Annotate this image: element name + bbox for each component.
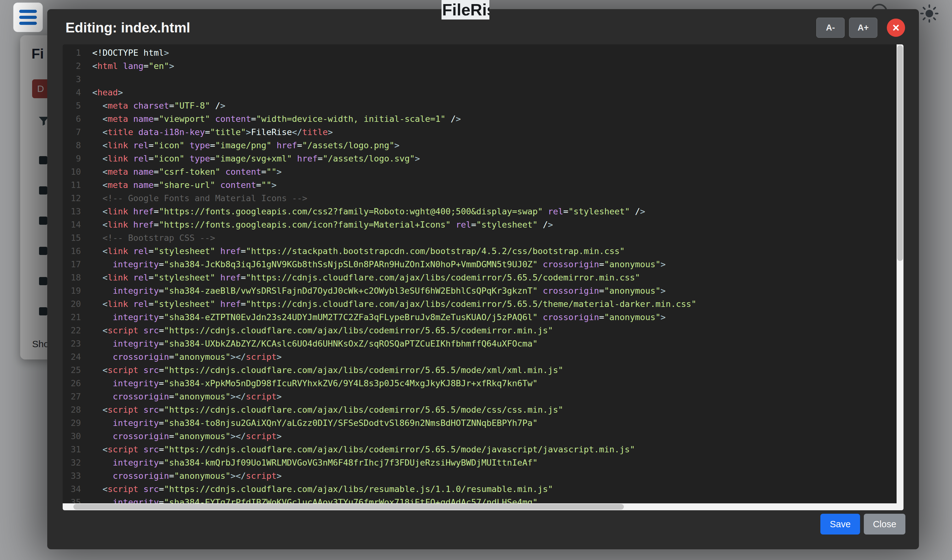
line-number: 35 [63, 496, 81, 503]
code-line[interactable]: 32 integrity="sha384-kmQrbJf09Uo1WRLMDVG… [63, 456, 896, 469]
code-line[interactable]: 22 <script src="https://cdnjs.cloudflare… [63, 324, 896, 337]
code-line[interactable]: 14 <link href="https://fonts.googleapis.… [63, 218, 896, 231]
code-line[interactable]: 33 crossorigin="anonymous"></script> [63, 469, 896, 483]
line-number: 31 [63, 443, 81, 456]
line-number: 3 [63, 73, 81, 86]
code-line[interactable]: 30 crossorigin="anonymous"></script> [63, 430, 896, 443]
line-number: 1 [63, 46, 81, 60]
line-number: 8 [63, 139, 81, 152]
code-line[interactable]: 29 integrity="sha384-to8njsu2GAiXQnY/aLG… [63, 417, 896, 430]
modal-footer: Save Close [821, 514, 906, 534]
code-editor[interactable]: 1<!DOCTYPE html>2<html lang="en">34<head… [63, 45, 904, 510]
code-text: <script src="https://cdnjs.cloudflare.co… [92, 326, 553, 335]
code-text: <link rel="stylesheet" href="https://sta… [92, 246, 625, 256]
modal-toolbar: A- A+ × [816, 18, 905, 38]
code-line[interactable]: 23 integrity="sha384-UXbkZAbZYZ/KCAslc6U… [63, 337, 896, 350]
code-text: <meta name="share-url" content=""> [92, 180, 277, 190]
code-line[interactable]: 31 <script src="https://cdnjs.cloudflare… [63, 443, 896, 456]
code-line[interactable]: 2<html lang="en"> [63, 60, 896, 73]
code-line[interactable]: 16 <link rel="stylesheet" href="https://… [63, 245, 896, 258]
app-title-clip: FileRise [442, 0, 489, 20]
code-text: <html lang="en"> [92, 61, 174, 71]
code-line[interactable]: 28 <script src="https://cdnjs.cloudflare… [63, 403, 896, 417]
close-button[interactable]: Close [864, 514, 906, 534]
code-line[interactable]: 27 crossorigin="anonymous"></script> [63, 390, 896, 403]
code-lines: 1<!DOCTYPE html>2<html lang="en">34<head… [63, 46, 896, 503]
code-line[interactable]: 18 <link rel="stylesheet" href="https://… [63, 271, 896, 284]
code-line[interactable]: 12 <!-- Google Fonts and Material Icons … [63, 192, 896, 205]
code-text: <link rel="icon" type="image/svg+xml" hr… [92, 154, 420, 164]
line-number: 20 [63, 298, 81, 311]
line-number: 25 [63, 364, 81, 377]
code-text: <meta name="viewport" content="width=dev… [92, 114, 461, 124]
code-text: crossorigin="anonymous"></script> [92, 471, 282, 481]
line-number: 27 [63, 390, 81, 403]
code-line[interactable]: 1<!DOCTYPE html> [63, 46, 896, 60]
line-number: 17 [63, 258, 81, 271]
code-text: integrity="sha384-zaeBlB/vwYsDRSlFajnDd7… [92, 286, 666, 296]
line-number: 26 [63, 377, 81, 390]
app-title: FileRise [442, 0, 489, 20]
code-line[interactable]: 7 <title data-i18n-key="title">FileRise<… [63, 126, 896, 139]
line-number: 19 [63, 284, 81, 298]
line-number: 14 [63, 218, 81, 231]
code-line[interactable]: 20 <link rel="stylesheet" href="https://… [63, 298, 896, 311]
code-line[interactable]: 34 <script src="https://cdnjs.cloudflare… [63, 483, 896, 496]
main-menu-button[interactable] [13, 3, 43, 32]
font-increase-button[interactable]: A+ [849, 18, 877, 38]
code-text: integrity="sha384-xPpkMo5nDgD98fIcuRVYhx… [92, 378, 538, 388]
line-number: 18 [63, 271, 81, 284]
code-line[interactable]: 4<head> [63, 86, 896, 99]
dark-mode-toggle[interactable] [920, 5, 938, 23]
code-text: <head> [92, 88, 123, 97]
code-text: <script src="https://cdnjs.cloudflare.co… [92, 365, 563, 375]
font-decrease-button[interactable]: A- [816, 18, 845, 38]
code-text: integrity="sha384-to8njsu2GAiXQnY/aLGzz0… [92, 418, 538, 428]
code-line[interactable]: 11 <meta name="share-url" content=""> [63, 179, 896, 192]
code-line[interactable]: 15 <!-- Bootstrap CSS --> [63, 231, 896, 245]
code-text: <script src="https://cdnjs.cloudflare.co… [92, 444, 635, 454]
code-text: <script src="https://cdnjs.cloudflare.co… [92, 405, 563, 415]
line-number: 29 [63, 417, 81, 430]
line-number: 33 [63, 469, 81, 483]
code-text: <link rel="stylesheet" href="https://cdn… [92, 273, 640, 282]
code-line[interactable]: 6 <meta name="viewport" content="width=d… [63, 113, 896, 126]
horizontal-scrollbar-thumb[interactable] [73, 504, 624, 510]
code-text: <script src="https://cdnjs.cloudflare.co… [92, 484, 553, 494]
code-line[interactable]: 25 <script src="https://cdnjs.cloudflare… [63, 364, 896, 377]
code-line[interactable]: 10 <meta name="csrf-token" content=""> [63, 165, 896, 179]
code-text: <title data-i18n-key="title">FileRise</t… [92, 127, 333, 137]
vertical-scrollbar-thumb[interactable] [897, 45, 903, 261]
line-number: 11 [63, 179, 81, 192]
vertical-scrollbar[interactable] [896, 45, 904, 503]
line-number: 28 [63, 403, 81, 417]
code-line[interactable]: 5 <meta charset="UTF-8" /> [63, 99, 896, 113]
line-number: 34 [63, 483, 81, 496]
code-line[interactable]: 19 integrity="sha384-zaeBlB/vwYsDRSlFajn… [63, 284, 896, 298]
code-line[interactable]: 3 [63, 73, 896, 86]
code-line[interactable]: 35 integrity="sha384-EYTg7rPfdIBZWoKVGcl… [63, 496, 896, 503]
code-text: integrity="sha384-eZTPTN0EvJdn23s24UDYJm… [92, 312, 666, 322]
line-number: 15 [63, 231, 81, 245]
code-line[interactable]: 9 <link rel="icon" type="image/svg+xml" … [63, 152, 896, 165]
code-line[interactable]: 21 integrity="sha384-eZTPTN0EvJdn23s24UD… [63, 311, 896, 324]
save-button[interactable]: Save [821, 514, 860, 534]
code-line[interactable]: 24 crossorigin="anonymous"></script> [63, 350, 896, 364]
code-text: integrity="sha384-EYTg7rPfdIBZWoKVGclucA… [92, 497, 538, 503]
code-line[interactable]: 8 <link rel="icon" type="image/png" href… [63, 139, 896, 152]
code-text: integrity="sha384-UXbkZAbZYZ/KCAslc6UO4d… [92, 339, 538, 349]
close-x-button[interactable]: × [887, 19, 905, 37]
code-text: <!-- Google Fonts and Material Icons --> [92, 193, 308, 203]
line-number: 21 [63, 311, 81, 324]
code-line[interactable]: 17 integrity="sha384-JcKb8q3iqJ61gNV9KGb… [63, 258, 896, 271]
editor-modal: Editing: index.html A- A+ × 1<!DOCTYPE h… [47, 9, 919, 549]
code-line[interactable]: 13 <link href="https://fonts.googleapis.… [63, 205, 896, 218]
line-number: 9 [63, 152, 81, 165]
horizontal-scrollbar[interactable] [63, 503, 896, 510]
code-text: integrity="sha384-kmQrbJf09Uo1WRLMDVGoVG… [92, 458, 538, 467]
code-line[interactable]: 26 integrity="sha384-xPpkMo5nDgD98fIcuRV… [63, 377, 896, 390]
line-number: 24 [63, 350, 81, 364]
code-text: crossorigin="anonymous"></script> [92, 392, 282, 401]
code-text: <link href="https://fonts.googleapis.com… [92, 207, 645, 216]
scrollbar-corner [896, 503, 904, 510]
